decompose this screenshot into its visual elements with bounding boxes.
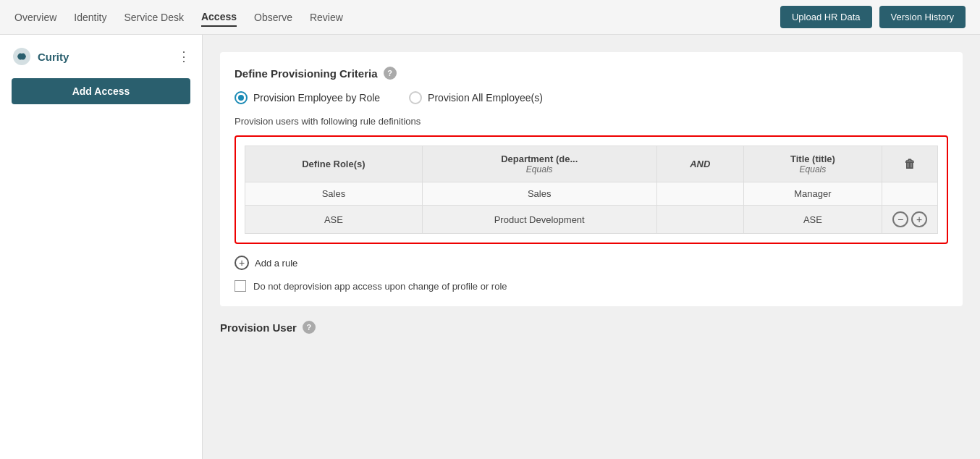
cell-department: Sales	[422, 182, 656, 206]
sidebar-logo-text: Curity	[38, 51, 69, 63]
rules-table: Define Role(s) Department (de... Equals …	[245, 146, 938, 234]
cell-role: ASE	[245, 206, 423, 234]
cell-and	[656, 182, 743, 206]
define-provisioning-title: Define Provisioning Criteria ?	[235, 67, 948, 80]
nav-observe[interactable]: Observe	[254, 9, 292, 26]
define-provisioning-help-icon[interactable]: ?	[384, 67, 397, 80]
sidebar-menu-icon[interactable]: ⋮	[177, 49, 190, 64]
deprovision-checkbox[interactable]	[235, 280, 246, 292]
cell-and	[656, 206, 743, 234]
table-row: SalesSalesManager	[245, 182, 938, 206]
layout: Curity ⋮ Add Access Define Provisioning …	[0, 35, 980, 459]
sidebar: Curity ⋮ Add Access	[0, 35, 203, 459]
col-and: AND	[656, 146, 743, 182]
nav-overview[interactable]: Overview	[14, 9, 56, 26]
add-row-button[interactable]: +	[911, 211, 927, 227]
cell-actions: −+	[882, 206, 938, 234]
cell-title: ASE	[743, 206, 882, 234]
top-nav: Overview Identity Service Desk Access Ob…	[0, 0, 980, 35]
add-rule-icon: +	[235, 256, 249, 270]
cell-department: Product Development	[422, 206, 656, 234]
cell-role: Sales	[245, 182, 423, 206]
add-rule-row[interactable]: + Add a rule	[235, 256, 948, 270]
remove-row-button[interactable]: −	[892, 211, 908, 227]
row-action-icons: −+	[892, 211, 927, 227]
add-rule-label: Add a rule	[255, 258, 297, 269]
define-provisioning-card: Define Provisioning Criteria ? Provision…	[220, 52, 963, 306]
nav-review[interactable]: Review	[310, 9, 343, 26]
col-define-roles: Define Role(s)	[245, 146, 423, 182]
col-delete: 🗑	[882, 146, 938, 182]
sidebar-logo: Curity	[12, 46, 69, 67]
nav-actions: Upload HR Data Version History	[780, 6, 966, 28]
radio-label-by-role: Provision Employee by Role	[253, 92, 380, 104]
provision-user-help-icon[interactable]: ?	[303, 321, 316, 334]
nav-access[interactable]: Access	[201, 8, 237, 27]
radio-provision-by-role[interactable]: Provision Employee by Role	[235, 91, 380, 104]
col-department: Department (de... Equals	[422, 146, 656, 182]
delete-header-icon[interactable]: 🗑	[904, 158, 916, 170]
version-history-button[interactable]: Version History	[879, 6, 966, 28]
add-access-button[interactable]: Add Access	[12, 78, 190, 104]
radio-provision-all-employees[interactable]: Provision All Employee(s)	[409, 91, 543, 104]
nav-links: Overview Identity Service Desk Access Ob…	[14, 8, 343, 27]
curity-logo-icon	[12, 46, 32, 67]
cell-title: Manager	[743, 182, 882, 206]
radio-dot-by-role	[238, 95, 244, 101]
table-row: ASEProduct DevelopmentASE−+	[245, 206, 938, 234]
cell-actions	[882, 182, 938, 206]
upload-hr-data-button[interactable]: Upload HR Data	[780, 6, 872, 28]
radio-row: Provision Employee by Role Provision All…	[235, 91, 948, 104]
deprovision-checkbox-row: Do not deprovision app access upon chang…	[235, 280, 948, 292]
provision-desc: Provision users with following rule defi…	[235, 116, 948, 127]
sidebar-header: Curity ⋮	[12, 46, 190, 67]
nav-identity[interactable]: Identity	[74, 9, 106, 26]
rules-container: Define Role(s) Department (de... Equals …	[235, 135, 948, 244]
main-content: Define Provisioning Criteria ? Provision…	[203, 35, 980, 459]
radio-label-all-employees: Provision All Employee(s)	[428, 92, 543, 104]
provision-user-section: Provision User ?	[220, 321, 963, 334]
nav-service-desk[interactable]: Service Desk	[124, 9, 184, 26]
radio-circle-by-role	[235, 91, 248, 104]
radio-circle-all-employees	[409, 91, 422, 104]
col-title: Title (title) Equals	[743, 146, 882, 182]
deprovision-checkbox-label: Do not deprovision app access upon chang…	[253, 281, 507, 292]
define-provisioning-title-text: Define Provisioning Criteria	[235, 67, 378, 80]
provision-user-title-text: Provision User	[220, 321, 297, 334]
